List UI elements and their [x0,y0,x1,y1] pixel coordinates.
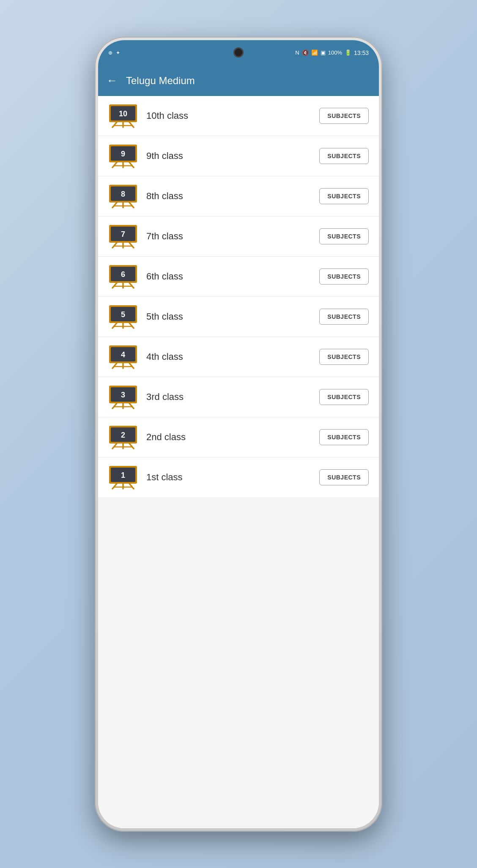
nfc-icon: N [295,49,299,56]
svg-line-18 [129,203,134,208]
class-item: 5 5th class SUBJECTS [98,297,379,337]
signal-icon: ⊕ [108,50,112,56]
class-label: 3rd class [146,392,319,403]
status-bar-left: ⊕ ✦ [108,50,120,56]
back-button[interactable]: ← [107,74,118,87]
class-label: 8th class [146,191,319,202]
blackboard-icon: 9 [108,144,138,168]
svg-text:2: 2 [121,431,125,439]
class-label: 5th class [146,311,319,322]
status-bar: ⊕ ✦ N 🔇 📶 ▣ 100% 🔋 13:53 [98,40,379,66]
time-display: 13:53 [354,49,369,56]
class-label: 4th class [146,351,319,362]
blackboard-icon: 6 [108,264,138,289]
svg-text:10: 10 [119,110,127,118]
blackboard-icon: 7 [108,224,138,249]
svg-line-38 [112,323,117,328]
svg-text:9: 9 [121,150,125,158]
class-label: 7th class [146,231,319,242]
subjects-button[interactable]: SUBJECTS [319,309,369,325]
svg-text:8: 8 [121,190,125,198]
svg-line-59 [112,444,117,449]
svg-text:1: 1 [121,471,125,479]
screenshot-icon: ▣ [321,49,326,56]
subjects-button[interactable]: SUBJECTS [319,349,369,365]
subjects-button[interactable]: SUBJECTS [319,268,369,285]
svg-line-32 [129,283,134,288]
phone-screen: ⊕ ✦ N 🔇 📶 ▣ 100% 🔋 13:53 ← Telugu Medium [98,40,379,828]
svg-line-10 [112,162,117,167]
subjects-button[interactable]: SUBJECTS [319,228,369,244]
class-label: 6th class [146,271,319,282]
subjects-button[interactable]: SUBJECTS [319,389,369,405]
class-label: 1st class [146,472,319,483]
subjects-button[interactable]: SUBJECTS [319,429,369,445]
svg-line-53 [129,403,134,408]
svg-line-66 [112,484,117,489]
subjects-button[interactable]: SUBJECTS [319,108,369,124]
subjects-button[interactable]: SUBJECTS [319,148,369,164]
class-item: 7 7th class SUBJECTS [98,216,379,257]
svg-line-3 [112,122,117,127]
svg-line-46 [129,363,134,368]
battery-text: 100% [328,49,342,56]
svg-line-60 [129,444,134,449]
class-label: 2nd class [146,432,319,443]
svg-text:3: 3 [121,391,125,399]
settings-icon: ✦ [116,50,120,56]
blackboard-icon: 5 [108,304,138,329]
svg-line-11 [129,162,134,167]
mute-icon: 🔇 [302,49,309,56]
svg-text:6: 6 [121,270,125,279]
svg-text:5: 5 [121,310,125,319]
blackboard-icon: 3 [108,385,138,409]
class-item: 2 2nd class SUBJECTS [98,417,379,457]
svg-line-25 [129,243,134,248]
svg-line-31 [112,283,117,288]
class-item: 1 1st class SUBJECTS [98,457,379,497]
svg-line-39 [129,323,134,328]
svg-line-24 [112,243,117,248]
class-item: 8 8th class SUBJECTS [98,176,379,216]
svg-text:7: 7 [121,230,125,238]
svg-line-17 [112,203,117,208]
content-area: 10 10th class SUBJECTS [98,96,379,828]
subjects-button[interactable]: SUBJECTS [319,188,369,204]
svg-text:4: 4 [121,350,125,359]
class-item: 4 4th class SUBJECTS [98,337,379,377]
blackboard-icon: 4 [108,345,138,369]
class-label: 9th class [146,151,319,162]
wifi-icon: 📶 [311,49,318,56]
app-title: Telugu Medium [126,75,195,87]
app-bar: ← Telugu Medium [98,66,379,96]
svg-line-4 [129,122,134,127]
phone-frame: ⊕ ✦ N 🔇 📶 ▣ 100% 🔋 13:53 ← Telugu Medium [95,37,382,832]
blackboard-icon: 8 [108,184,138,208]
subjects-button[interactable]: SUBJECTS [319,469,369,485]
status-bar-right: N 🔇 📶 ▣ 100% 🔋 13:53 [295,49,369,56]
svg-line-67 [129,484,134,489]
svg-line-52 [112,403,117,408]
svg-line-45 [112,363,117,368]
class-item: 3 3rd class SUBJECTS [98,377,379,417]
blackboard-icon: 10 [108,104,138,128]
class-item: 10 10th class SUBJECTS [98,96,379,136]
blackboard-icon: 1 [108,465,138,490]
class-label: 10th class [146,110,319,121]
battery-icon: 🔋 [345,49,351,56]
blackboard-icon: 2 [108,425,138,449]
class-item: 9 9th class SUBJECTS [98,136,379,176]
class-list: 10 10th class SUBJECTS [98,96,379,497]
camera-notch [235,49,242,56]
class-item: 6 6th class SUBJECTS [98,257,379,297]
